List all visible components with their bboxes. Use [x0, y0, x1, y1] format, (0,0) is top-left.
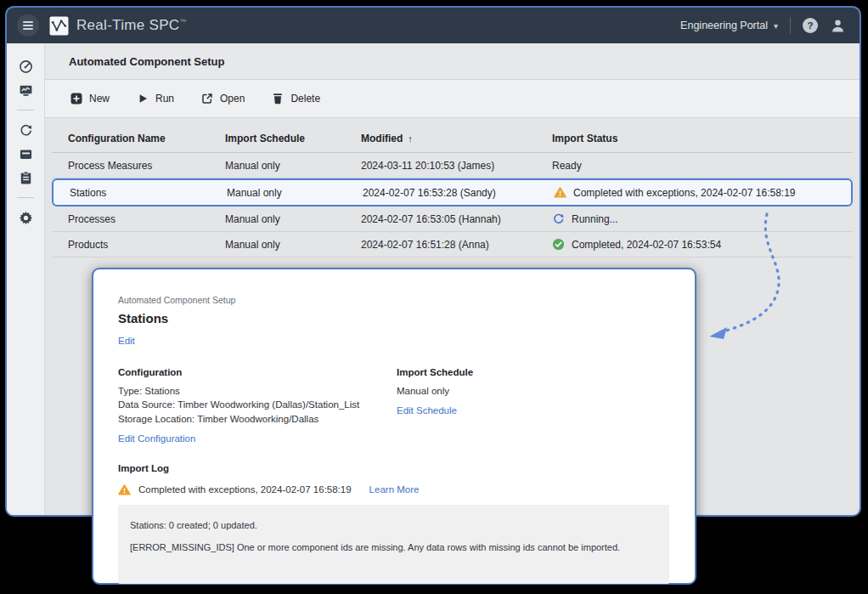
column-header-import-status[interactable]: Import Status: [552, 133, 853, 144]
cell-modified: 2024-02-07 16:51:28 (Anna): [361, 239, 552, 251]
import-log-status-text: Completed with exceptions, 2024-02-07 16…: [138, 484, 352, 495]
chart-monitor-icon: [19, 83, 33, 98]
sort-ascending-icon: ↑: [408, 133, 413, 144]
column-header-configuration-name[interactable]: Configuration Name: [68, 133, 225, 144]
cell-status: Running...: [552, 212, 853, 225]
table-row-processes[interactable]: Processes Manual only 2024-02-07 16:53:0…: [52, 206, 853, 232]
chevron-down-icon: ▾: [774, 21, 778, 31]
cell-status: Completed, 2024-02-07 16:53:54: [552, 238, 853, 251]
cell-modified: 2024-03-11 20:10:53 (James): [361, 160, 552, 172]
sidebar: [7, 43, 45, 515]
warning-icon: [554, 186, 566, 199]
learn-more-link[interactable]: Learn More: [369, 484, 420, 495]
top-header: Real-Time SPC™ Engineering Portal ▾ ?: [7, 8, 860, 43]
sidebar-item-settings[interactable]: [14, 206, 37, 229]
storage-box-icon: [19, 147, 33, 161]
cell-schedule: Manual only: [225, 239, 361, 251]
page-title: Automated Component Setup: [69, 55, 224, 68]
configuration-data-source: Data Source: Timber Woodworking (Dallas)…: [118, 398, 397, 411]
sidebar-item-sync[interactable]: [14, 118, 37, 142]
stations-detail-panel: Automated Component Setup Stations Edit …: [92, 268, 696, 585]
sidebar-divider: [17, 110, 34, 110]
cell-modified: 2024-02-07 16:53:05 (Hannah): [361, 213, 552, 225]
dashboard-gauge-icon: [19, 59, 33, 74]
configuration-heading: Configuration: [118, 367, 397, 377]
trademark: ™: [179, 18, 186, 25]
warning-icon: [118, 484, 131, 496]
sidebar-divider: [17, 197, 34, 198]
run-play-icon: [137, 93, 149, 105]
table-row-process-measures[interactable]: Process Measures Manual only 2024-03-11 …: [52, 153, 853, 178]
log-line: [ERROR_MISSING_IDS] One or more componen…: [130, 541, 657, 553]
new-plus-icon: [70, 93, 82, 105]
sidebar-item-dashboard[interactable]: [14, 54, 37, 78]
sidebar-item-charts[interactable]: [14, 78, 37, 102]
running-refresh-icon: [552, 212, 565, 225]
success-check-icon: [552, 238, 565, 251]
panel-breadcrumb: Automated Component Setup: [118, 295, 669, 305]
column-header-import-schedule[interactable]: Import Schedule: [225, 133, 361, 144]
cell-name: Process Measures: [68, 160, 225, 172]
clipboard-icon: [19, 171, 33, 185]
import-schedule-value: Manual only: [397, 384, 473, 398]
open-external-icon: [201, 93, 213, 105]
settings-gear-icon: [19, 211, 33, 225]
menu-icon[interactable]: [17, 14, 39, 37]
trash-icon: [272, 93, 284, 105]
sidebar-item-storage[interactable]: [14, 142, 37, 166]
open-button[interactable]: Open: [193, 88, 253, 110]
import-log-status: Completed with exceptions, 2024-02-07 16…: [118, 484, 669, 496]
delete-button[interactable]: Delete: [263, 88, 329, 110]
configuration-storage-location: Storage Location: Timber Woodworking/Dal…: [118, 412, 397, 426]
logo-chart-icon: [49, 16, 69, 36]
header-divider: [790, 17, 791, 34]
log-line: Stations: 0 created; 0 updated.: [130, 519, 657, 531]
import-log-heading: Import Log: [118, 463, 669, 473]
help-icon[interactable]: ?: [803, 18, 818, 33]
sidebar-item-clipboard[interactable]: [14, 166, 37, 190]
cell-name: Stations: [70, 187, 227, 199]
cell-schedule: Manual only: [225, 213, 361, 225]
sync-icon: [19, 123, 33, 138]
edit-link[interactable]: Edit: [118, 336, 135, 346]
cell-modified: 2024-02-07 16:53:28 (Sandy): [363, 187, 554, 199]
toolbar: New Run Open: [45, 80, 860, 118]
import-schedule-section: Import Schedule Manual only Edit Schedul…: [397, 367, 473, 444]
run-button[interactable]: Run: [128, 88, 183, 110]
configuration-section: Configuration Type: Stations Data Source…: [118, 367, 397, 444]
screenshot-stage: Real-Time SPC™ Engineering Portal ▾ ?: [0, 0, 868, 594]
configurations-table: Configuration Name Import Schedule Modif…: [45, 118, 860, 257]
portal-dropdown[interactable]: Engineering Portal ▾: [680, 20, 778, 31]
cell-status: Completed with exceptions, 2024-02-07 16…: [554, 186, 851, 199]
cell-status: Ready: [552, 160, 853, 172]
panel-title: Stations: [118, 311, 669, 325]
cell-schedule: Manual only: [225, 160, 361, 172]
app-title: Real-Time SPC™: [76, 17, 187, 34]
configuration-type: Type: Stations: [118, 384, 397, 398]
import-schedule-heading: Import Schedule: [397, 367, 473, 377]
user-icon[interactable]: [830, 18, 846, 34]
edit-configuration-link[interactable]: Edit Configuration: [118, 433, 195, 444]
new-button[interactable]: New: [62, 88, 118, 110]
table-row-products[interactable]: Products Manual only 2024-02-07 16:51:28…: [52, 232, 853, 257]
cell-schedule: Manual only: [227, 187, 363, 199]
portal-label: Engineering Portal: [680, 20, 768, 31]
edit-schedule-link[interactable]: Edit Schedule: [397, 405, 457, 416]
column-header-modified[interactable]: Modified↑: [361, 133, 552, 144]
table-row-stations[interactable]: Stations Manual only 2024-02-07 16:53:28…: [52, 178, 853, 206]
cell-name: Products: [68, 239, 225, 251]
table-header-row: Configuration Name Import Schedule Modif…: [52, 125, 853, 153]
cell-name: Processes: [68, 213, 225, 225]
import-log-output: Stations: 0 created; 0 updated. [ERROR_M…: [118, 505, 669, 584]
